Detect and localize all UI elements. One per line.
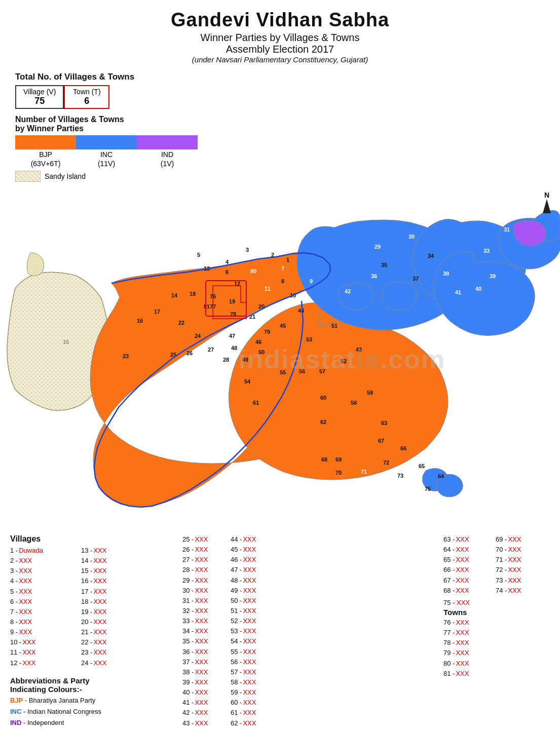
label-19: 19: [229, 298, 235, 304]
num-item: 28 - XXX: [182, 565, 226, 575]
subtitle3: (under Navsari Parliamentary Constituenc…: [0, 55, 560, 64]
label-38: 38: [443, 271, 449, 277]
label-46: 46: [255, 339, 262, 345]
label-50: 50: [258, 349, 265, 355]
village-item: 5 - XXX: [10, 587, 71, 597]
village-item: 4 - XXX: [10, 576, 71, 586]
town-item: 78 - XXX: [443, 638, 550, 648]
village-item: 1 - Duwada: [10, 546, 71, 556]
right-item: 63 - XXX: [443, 534, 492, 545]
label-16: 16: [137, 318, 143, 324]
num-item: 45 - XXX: [231, 545, 274, 555]
legend-boxes: Village (V) 75 Town (T) 6: [15, 85, 545, 109]
town-item: 80 - XXX: [443, 659, 550, 669]
village-item: 3 - XXX: [10, 566, 71, 576]
main-title: Gandevi Vidhan Sabha: [0, 9, 560, 31]
label-51: 51: [331, 323, 338, 329]
label-53: 53: [306, 336, 312, 342]
label-33: 33: [483, 248, 490, 254]
label-27: 27: [208, 347, 214, 353]
num-item: 36 - XXX: [182, 647, 226, 657]
label-23: 23: [123, 353, 129, 359]
village-count: 75: [23, 96, 56, 106]
label-39: 39: [490, 273, 496, 279]
label-75: 75: [425, 486, 431, 492]
num-item: 38 - XXX: [182, 667, 226, 677]
label-15: 15: [63, 339, 69, 345]
label-62: 62: [320, 419, 326, 425]
town-count: 6: [72, 96, 101, 106]
label-63: 63: [381, 420, 387, 426]
right-item: 69 - XXX: [496, 534, 544, 545]
label-68: 68: [321, 456, 327, 463]
label-67: 67: [378, 438, 384, 444]
num-item: 57 - XXX: [231, 667, 274, 677]
right-item: 64 - XXX: [443, 545, 492, 555]
label-73: 73: [397, 473, 403, 479]
village-item: 21 - XXX: [81, 627, 142, 637]
label-22: 22: [178, 320, 184, 326]
right-item: 65 - XXX: [443, 555, 492, 565]
num-item: 59 - XXX: [231, 687, 274, 698]
label-72: 72: [383, 459, 389, 466]
label-43: 43: [356, 347, 362, 353]
village-item: 20 - XXX: [81, 617, 142, 627]
village-item: 16 - XXX: [81, 576, 142, 586]
right-item: 66 - XXX: [443, 565, 492, 575]
party-colors: [15, 135, 545, 149]
num-item: 33 - XXX: [182, 616, 226, 626]
inc-color-box: [76, 135, 137, 149]
party-counts: (63V+6T) (11V) (1V): [15, 160, 545, 168]
label-69: 69: [335, 456, 342, 463]
label-57: 57: [319, 368, 325, 374]
label-47: 47: [229, 333, 235, 339]
right-item: 71 - XXX: [496, 555, 544, 565]
label-29: 29: [375, 244, 381, 250]
label-66: 66: [400, 445, 406, 451]
label-35: 35: [381, 262, 387, 268]
total-title: Total No. of Villages & Towns: [15, 72, 545, 82]
label-26: 26: [186, 350, 193, 356]
inc-label: INC: [76, 150, 137, 159]
num-col-25-43: 25 - XXX26 - XXX27 - XXX28 - XXX29 - XXX…: [182, 534, 226, 730]
label-55: 55: [280, 369, 286, 375]
label-7: 7: [281, 265, 284, 272]
label-74: 74: [417, 476, 423, 482]
village-item: 9 - XXX: [10, 627, 71, 637]
sandy-island-small: [27, 253, 44, 276]
label-1: 1: [286, 257, 289, 263]
label-4: 4: [226, 259, 229, 265]
num-item: 56 - XXX: [231, 657, 274, 667]
right-item: 74 - XXX: [496, 586, 544, 596]
village-item: 23 - XXX: [81, 647, 142, 658]
label-60: 60: [320, 395, 326, 401]
label-8: 8: [281, 278, 284, 284]
num-item: 31 - XXX: [182, 596, 226, 606]
villages-title: Villages: [10, 534, 172, 544]
village-item: 7 - XXX: [10, 607, 71, 617]
village-col-2: 13 - XXX14 - XXX15 - XXX16 - XXX17 - XXX…: [81, 546, 142, 668]
towns-section: 75 - XXX Towns 76 - XXX77 - XXX78 - XXX7…: [443, 598, 550, 679]
label-34: 34: [428, 253, 434, 259]
label-17: 17: [154, 309, 160, 315]
village-columns: 1 - Duwada2 - XXX3 - XXX4 - XXX5 - XXX6 …: [10, 546, 172, 668]
label-14: 14: [171, 292, 178, 298]
num-item: 44 - XXX: [231, 534, 274, 545]
right-item: 68 - XXX: [443, 586, 492, 596]
north-arrow-icon: [543, 199, 551, 213]
num-item: 51 - XXX: [231, 606, 274, 616]
right-item: 72 - XXX: [496, 565, 544, 575]
label-71: 71: [361, 469, 367, 475]
village-item: 24 - XXX: [81, 658, 142, 668]
num-item: 35 - XXX: [182, 636, 226, 646]
village-item: 2 - XXX: [10, 556, 71, 566]
parties-title: Number of Villages & Towns by Winner Par…: [15, 115, 545, 133]
label-81: 81: [204, 303, 210, 310]
village-item: 18 - XXX: [81, 597, 142, 607]
village-list-section: Villages 1 - Duwada2 - XXX3 - XXX4 - XXX…: [10, 534, 172, 730]
label-59: 59: [367, 390, 373, 396]
bjp-label: BJP: [15, 150, 76, 159]
village-col-1: 1 - Duwada2 - XXX3 - XXX4 - XXX5 - XXX6 …: [10, 546, 71, 668]
num-item: 40 - XXX: [182, 687, 226, 698]
legend-section: Total No. of Villages & Towns Village (V…: [0, 67, 560, 182]
